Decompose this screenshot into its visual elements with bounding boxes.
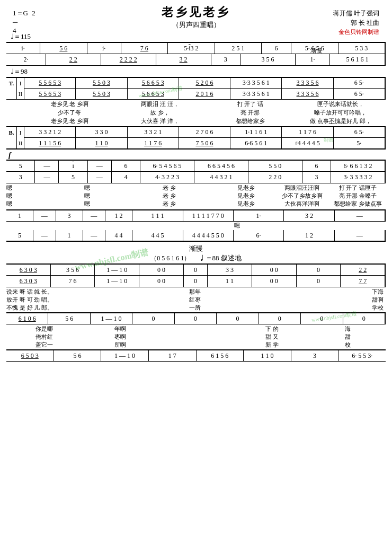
cell: 5 — [59, 172, 87, 183]
cell: 3 — [6, 172, 35, 183]
lyric-cell: 嗓子放开可可吟唱， — [296, 109, 386, 117]
cell: 0 0 — [252, 276, 297, 287]
lyric-cell: 两眼泪 汪 汪， — [115, 100, 206, 108]
cell: 1 1 7 6 — [128, 138, 179, 148]
dynamic-f: f — [6, 151, 386, 160]
lyric-cell: 故 乡， — [115, 109, 206, 117]
cell: 4 4 4 4 5 5 0 — [183, 230, 234, 241]
tempo2: ♩＝98 — [11, 67, 28, 75]
cell: 1 1 1 1 7 7 0 — [183, 210, 234, 221]
lyric-cell: 下 的甜 又新 学 — [234, 325, 310, 349]
cell: — — [33, 230, 56, 241]
song-subtitle: （男声四重唱） — [6, 20, 386, 30]
T-label: T. — [6, 78, 17, 89]
intro-row1: i· 5 6 i· 7 6 5· i 3 2 2 5 1 6 5· 6 5 6 … — [6, 42, 386, 54]
cell: 1 — 1 0 — [101, 350, 149, 361]
cell: 6 3 0 3 — [6, 265, 51, 275]
cell: 6 — [112, 161, 140, 171]
lyric-cell: 两眼泪汪汪啊少不了乡故乡啊大伙喜洋洋啊 — [274, 184, 329, 208]
cell: 1 1 1 5 6 — [24, 138, 76, 148]
cell: 3 3 3 5 6 — [282, 89, 333, 99]
cell: 0 — [132, 313, 174, 324]
cell: 2 2 0 — [248, 172, 302, 183]
lyric-cell: 打 开了 话匣子亮 开那 金嗓子都想给家 乡做点事 — [330, 184, 386, 208]
lyric-cell: 海甜校 — [310, 325, 386, 349]
cell: — — [83, 230, 105, 241]
cell: 1 — [6, 210, 33, 221]
cell: 1 1 0 — [244, 350, 291, 361]
cell: 1 — 1 0 — [95, 265, 139, 275]
B-voice-II-row: II 1 1 1 5 6 1 1 0 1 1 7 6 7 5 0 6 6·6 5… — [6, 138, 386, 150]
cell: 5 6 6 5 3 www.nbjss.com制谱 — [128, 89, 179, 99]
cell: 7 5 0 6 — [179, 138, 230, 148]
lyric-cell: 老 乡老 乡老 乡 — [163, 184, 218, 208]
lyric-cell: 亮 开那 — [205, 109, 296, 117]
cell: 5 6 — [48, 313, 90, 324]
cell: 6· 5 4 5 6 5 — [140, 161, 194, 171]
gradual-slow-label: 渐慢 — [189, 244, 203, 252]
sec3-row1: 6 3 0 3 3 5 6 1 — 1 0 0 0 0 3 3 0 0 0 2 … — [6, 263, 386, 276]
cell: 5 5 0 — [248, 161, 302, 171]
sec2-lyrics-row1: 嗯嗯嗯 嗯嗯嗯 老 乡老 乡老 乡 见老乡见老乡见老乡 两眼泪汪汪啊少不了乡故乡… — [6, 183, 386, 208]
lyric-cell: 那年红枣一所 — [157, 288, 233, 312]
cell: 1 1 0 — [76, 138, 127, 148]
lyric-cell: 老乡见 老 乡啊 — [24, 100, 115, 108]
B-voice-II: II — [17, 138, 24, 148]
cell: 0 — [301, 313, 343, 324]
T-voice-I: I — [17, 78, 24, 89]
cell: 2 2 2 2 — [101, 54, 156, 65]
cell: 3 — [291, 350, 339, 361]
header: 1＝G 2─4 老乡见老乡 （男声四重唱） 蒋开儒 叶子强词 郭 长 社曲 金色… — [6, 4, 386, 30]
lyric-cell: 见老乡见老乡见老乡 — [218, 184, 274, 208]
cell: 6·6 5 6 1 — [230, 138, 282, 148]
cell: 2 7 0 6 — [179, 127, 230, 138]
cell: 3 — [56, 210, 83, 221]
lyric-cell: 打 开了 话 — [205, 100, 296, 108]
cell: — — [35, 161, 59, 171]
cell: 7 6 — [121, 43, 168, 54]
cell: 1 1 — [208, 276, 252, 287]
B-label: B. — [6, 127, 17, 138]
sec2-neng-label: 嗯 — [6, 222, 386, 230]
lyrics-row-3: 老乡见 老 乡啊 大伙喜 洋 洋， 都想给家乡 做 点事不愧是好儿 郎， — [24, 117, 386, 126]
cell: 5 6 — [40, 43, 87, 54]
title-section: 老乡见老乡 （男声四重唱） — [6, 4, 386, 30]
cell: 0 0 — [252, 265, 297, 275]
cell: 5 6 1 6 1 — [330, 54, 386, 65]
tempo-bracket: （0 5 6 1 6 1） — [150, 254, 190, 262]
key-label: 1＝G — [13, 9, 28, 17]
lyric-cell: 匣子说来话就长， — [296, 100, 386, 108]
cell: 7 7 — [341, 276, 386, 287]
section2-row2: 3 — 5 — 4 4· 3 2 2 3 4 4 3 2 1 2 2 0 3 3… — [6, 172, 386, 183]
cell: 2 5 1 — [215, 43, 262, 54]
cell: 3 5 6 — [51, 265, 95, 275]
cell: 3 3 — [208, 265, 252, 275]
lyric-cell: 说来 呀 话 就 长。放开 呀 可 劲 唱。不愧 是 好 儿 郎。 — [6, 288, 82, 312]
cell: 2 2 — [341, 265, 386, 275]
lyric-cell: 嗯嗯嗯 — [84, 184, 140, 208]
cell: 0 0 — [139, 265, 184, 275]
cell: 1 — [56, 230, 83, 241]
cell: — — [88, 161, 112, 171]
cell: 3· 3 3 3 3 2 — [331, 172, 386, 183]
lyricist: 蒋开儒 叶子强词 — [333, 8, 379, 18]
cell: 5 3 3 — [338, 43, 386, 54]
T-header-row: T. I 5 5 6 5 3 5 5 0 3 5 6 6 5 3 5 2 0 6… — [6, 77, 386, 89]
sec3-final-row: 6 5 0 3 5 6 1 — 1 0 1 7 6 1 5 6 1 1 0 3 … — [6, 349, 386, 362]
cell: 0 www.nbjsfl.com制谱 — [343, 313, 386, 324]
cell: 2 0 1 6 — [179, 89, 230, 99]
song-title: 老乡见老乡 — [6, 4, 386, 20]
cell: 2 2 — [46, 54, 101, 65]
cell: 6 — [262, 43, 291, 54]
cell: 3 3 3 5 6 — [282, 78, 333, 89]
lyric-cell: 下海甜啊学校 — [308, 288, 386, 312]
section2-bass-row2: 5 — 1 — 4 4 4 4 5 4 4 4 4 5 5 0 6· 1 2 — — [6, 230, 386, 242]
lyric-cell: 做 点事不愧是好儿 郎， — [296, 117, 386, 125]
cell: #4 4 4 4 5 制谱 — [282, 138, 333, 148]
cell: 6 1 0 6 — [6, 313, 48, 324]
cell: 1 — 1 0 — [91, 313, 132, 324]
key-time: 1＝G 2─4 — [13, 8, 35, 35]
cell: 6 6 5 4 5 6 — [194, 161, 248, 171]
lyric-cell: 都想给家乡 — [205, 117, 296, 125]
lyric-cell: 少不了夸 — [24, 109, 115, 117]
